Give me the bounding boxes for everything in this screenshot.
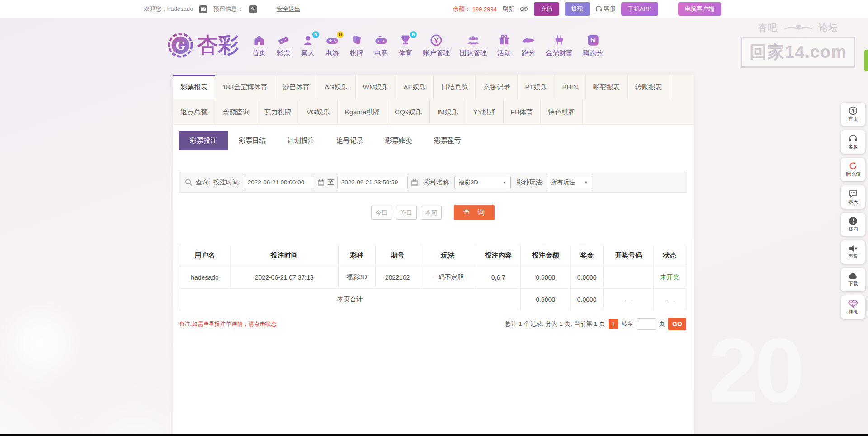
lottery-name-label: 彩种名称: <box>424 178 451 187</box>
tab-kgame[interactable]: Kgame棋牌 <box>338 99 388 124</box>
go-button[interactable]: GO <box>668 318 686 330</box>
sidebar-item-sound[interactable]: 声音 <box>841 240 865 264</box>
sidebar-item-hangup[interactable]: 挂机 <box>841 295 865 319</box>
report-panel: 彩票报表 188金宝博体育 沙巴体育 AG娱乐 WM娱乐 AE娱乐 日结总览 充… <box>173 75 694 436</box>
footer-note: 备注:如需查看投注单详情，请点击状态 <box>179 320 277 328</box>
tab-188-sport[interactable]: 188金宝博体育 <box>215 75 275 99</box>
tab-yy[interactable]: YY棋牌 <box>466 99 504 124</box>
tab-special-chess[interactable]: 特色棋牌 <box>541 99 583 124</box>
team-icon <box>466 33 481 47</box>
tab-wali[interactable]: 瓦力棋牌 <box>257 99 299 124</box>
tab-wm[interactable]: WM娱乐 <box>356 75 396 99</box>
subtab-plan-bets[interactable]: 计划投注 <box>277 131 326 150</box>
nav-item-account[interactable]: ¥ 账户管理 <box>418 33 455 57</box>
pagination: 总计 1 个记录, 分为 1 页, 当前第 1 页 1 转至 页 GO <box>505 318 686 330</box>
gift-icon <box>497 33 511 47</box>
nav-item-live[interactable]: N 真人 <box>296 33 320 57</box>
tab-pt[interactable]: PT娱乐 <box>518 75 555 99</box>
sidebar-item-home[interactable]: 首页 <box>841 103 865 126</box>
edit-pencil-icon[interactable]: ✎ <box>249 5 257 13</box>
tab-balance-query[interactable]: 余额查询 <box>215 99 257 124</box>
calendar-icon[interactable] <box>317 179 325 186</box>
refresh-link[interactable]: 刷新 <box>502 5 514 13</box>
time-to-input[interactable] <box>337 176 408 189</box>
logout-link[interactable]: 安全退出 <box>277 5 300 13</box>
chat-bubble-icon <box>849 189 858 198</box>
customer-service-link[interactable]: 客服 <box>595 5 616 13</box>
side-green-tab[interactable] <box>864 50 868 71</box>
tab-account-change[interactable]: 账变报表 <box>586 75 628 99</box>
sidebar-item-chat[interactable]: 聊天 <box>841 185 865 209</box>
calendar-icon[interactable] <box>411 179 418 186</box>
message-envelope-icon[interactable] <box>199 5 207 13</box>
nav-item-cardgames[interactable]: 棋牌 <box>344 33 369 57</box>
goto-page-input[interactable] <box>637 318 656 330</box>
tab-fb[interactable]: FB体育 <box>504 99 541 124</box>
tab-rebate-total[interactable]: 返点总额 <box>173 99 215 124</box>
tab-lottery-report[interactable]: 彩票报表 <box>173 75 215 99</box>
nav-item-lottery[interactable]: 彩票 <box>271 33 296 57</box>
tab-bbin[interactable]: BBIN <box>555 75 586 99</box>
col-prize: 奖金 <box>571 245 604 266</box>
status-link[interactable]: 未开奖 <box>654 266 686 289</box>
mobile-app-button[interactable]: 手机APP <box>621 2 658 16</box>
cell-bet-content: 0,6,7 <box>476 266 521 289</box>
tab-deposit-record[interactable]: 充提记录 <box>476 75 518 99</box>
lottery-subtabs: 彩票投注 彩票日结 计划投注 追号记录 彩票账变 彩票盈亏 <box>179 131 472 150</box>
play-type-select[interactable]: 所有玩法▼ <box>547 176 592 189</box>
yesterday-button[interactable]: 昨日 <box>396 206 417 220</box>
query-button[interactable]: 查 询 <box>454 205 495 220</box>
report-tabs-row2: 返点总额 余额查询 瓦力棋牌 VG娱乐 Kgame棋牌 CQ9娱乐 IM娱乐 Y… <box>173 99 694 125</box>
paofen-icon <box>521 33 536 47</box>
nav-item-home[interactable]: 首页 <box>247 33 271 57</box>
nav-item-sports[interactable]: N 体育 <box>393 33 418 57</box>
tab-shaba-sport[interactable]: 沙巴体育 <box>275 75 317 99</box>
goto-label: 转至 <box>622 320 634 328</box>
nav-item-wealth[interactable]: 金鼎财富 <box>541 33 578 57</box>
subtab-lottery-change[interactable]: 彩票账变 <box>374 131 423 150</box>
home-circle-icon <box>849 106 858 115</box>
today-button[interactable]: 今日 <box>371 206 392 220</box>
page-1-button[interactable]: 1 <box>609 319 618 329</box>
cell-prize: 0.0000 <box>571 266 604 289</box>
nav-item-paofen[interactable]: 跑分 <box>516 33 541 57</box>
im-recharge-icon <box>849 161 858 170</box>
subtab-lottery-pnl[interactable]: 彩票盈亏 <box>423 131 472 150</box>
nav-item-egames[interactable]: H 电游 <box>320 33 344 57</box>
time-from-input[interactable] <box>244 176 314 189</box>
sidebar-item-download[interactable]: 下载 <box>841 268 865 291</box>
logo-emblem-icon: G <box>166 31 194 59</box>
tab-vg[interactable]: VG娱乐 <box>299 99 338 124</box>
nav-item-team[interactable]: 团队管理 <box>455 33 492 57</box>
headset-icon <box>595 6 602 12</box>
pc-client-button[interactable]: 电脑客户端 <box>678 2 721 16</box>
this-week-button[interactable]: 本周 <box>421 206 442 220</box>
subtab-lottery-bets[interactable]: 彩票投注 <box>179 131 228 150</box>
cell-lottery: 福彩3D <box>338 266 375 289</box>
recharge-button[interactable]: 充值 <box>534 2 559 16</box>
sidebar-item-im-recharge[interactable]: IM充值 <box>841 158 865 181</box>
lottery-name-select[interactable]: 福彩3D▼ <box>454 176 511 189</box>
total-prize: 0.0000 <box>571 289 604 310</box>
subtab-chase-record[interactable]: 追号记录 <box>326 131 374 150</box>
tab-ae[interactable]: AE娱乐 <box>396 75 434 99</box>
nav-item-activity[interactable]: 活动 <box>492 33 516 57</box>
tab-ag[interactable]: AG娱乐 <box>317 75 356 99</box>
subtab-lottery-daily[interactable]: 彩票日结 <box>228 131 277 150</box>
watermark-domain: 回家14.com <box>741 37 855 68</box>
sidebar-item-service[interactable]: 客服 <box>841 130 865 154</box>
nav-item-hipaofen[interactable]: hi 嗨跑分 <box>578 33 608 57</box>
eye-slash-icon[interactable] <box>519 6 528 12</box>
withdraw-button[interactable]: 提现 <box>565 2 590 16</box>
nav-item-esports[interactable]: 电竞 <box>369 33 393 57</box>
site-logo[interactable]: G 杏彩 <box>166 31 239 59</box>
sidebar-item-question[interactable]: 疑问 <box>841 213 865 236</box>
tab-transfer-report[interactable]: 转账报表 <box>628 75 670 99</box>
tab-cq9[interactable]: CQ9娱乐 <box>387 99 430 124</box>
hot-badge: H <box>337 31 344 38</box>
balance-label: 余额： <box>453 5 471 13</box>
table-header-row: 用户名 投注时间 彩种 期号 玩法 投注内容 投注金额 奖金 开奖号码 状态 <box>179 245 686 266</box>
tab-im[interactable]: IM娱乐 <box>430 99 466 124</box>
to-label: 至 <box>328 178 334 187</box>
tab-daily-summary[interactable]: 日结总览 <box>434 75 476 99</box>
